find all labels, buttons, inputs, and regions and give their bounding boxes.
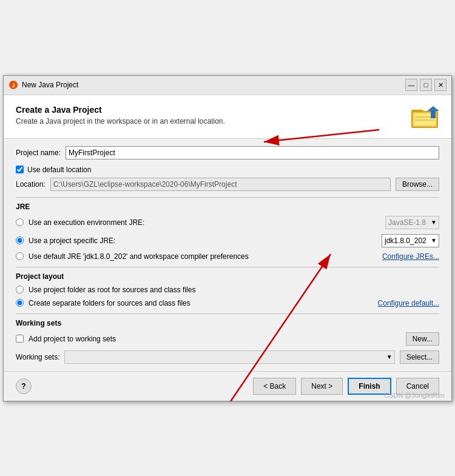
- next-button[interactable]: Next >: [301, 378, 343, 395]
- project-name-row: Project name:: [16, 146, 439, 159]
- dialog-header: Create a Java Project Create a Java proj…: [4, 95, 451, 139]
- header-text-block: Create a Java Project Create a Java proj…: [16, 105, 225, 126]
- jre-specific-select[interactable]: jdk1.8.0_202: [382, 234, 439, 247]
- jre-option1-row: Use an execution environment JRE: JavaSE…: [16, 216, 439, 229]
- jre-env-label[interactable]: Use an execution environment JRE:: [29, 218, 144, 227]
- window-icon: J: [8, 80, 18, 90]
- jre-env-radio[interactable]: [16, 218, 24, 226]
- layout-separate-radio[interactable]: [16, 299, 24, 307]
- location-row: Location: Browse...: [16, 178, 439, 191]
- layout-section-title: Project layout: [16, 272, 439, 281]
- use-default-location-label[interactable]: Use default location: [27, 166, 91, 174]
- location-label: Location:: [16, 180, 46, 189]
- window-controls: — □ ✕: [405, 79, 447, 91]
- layout-folder-radio[interactable]: [16, 286, 24, 293]
- jre-default-label[interactable]: Use default JRE 'jdk1.8.0_202' and works…: [29, 252, 249, 261]
- use-default-location-row: Use default location: [16, 166, 439, 174]
- jre-default-radio[interactable]: [16, 252, 24, 260]
- layout-folder-label[interactable]: Use project folder as root for sources a…: [29, 286, 195, 294]
- dialog-title: Create a Java Project: [16, 105, 225, 115]
- configure-jres-link[interactable]: Configure JREs...: [382, 252, 439, 261]
- jre-env-select[interactable]: JavaSE-1.8: [385, 216, 439, 229]
- watermark: CSDN @JungleiRim: [384, 392, 445, 399]
- jre-option3-row: Use default JRE 'jdk1.8.0_202' and works…: [16, 252, 439, 261]
- dialog-body: Project name: Use default location Locat…: [4, 139, 451, 371]
- configure-default-link[interactable]: Configure default...: [378, 299, 439, 307]
- working-sets-label: Working sets:: [16, 353, 59, 361]
- new-working-set-button[interactable]: New...: [406, 332, 439, 346]
- jre-option2-row: Use a project specific JRE: jdk1.8.0_202…: [16, 234, 439, 247]
- jre-section-title: JRE: [16, 203, 439, 211]
- jre-specific-label[interactable]: Use a project specific JRE:: [29, 236, 115, 245]
- window-title: New Java Project: [22, 81, 402, 89]
- browse-button[interactable]: Browse...: [396, 178, 439, 191]
- close-button[interactable]: ✕: [434, 79, 447, 91]
- use-default-location-checkbox[interactable]: [16, 166, 24, 173]
- location-input[interactable]: [50, 178, 391, 191]
- layout-option1-row: Use project folder as root for sources a…: [16, 286, 439, 294]
- dialog-window: J New Java Project — □ ✕ Create a Java P…: [3, 75, 452, 401]
- minimize-button[interactable]: —: [405, 79, 417, 91]
- working-sets-title: Working sets: [16, 319, 439, 327]
- jre-specific-radio[interactable]: [16, 236, 24, 244]
- layout-option2-row: Create separate folders for sources and …: [16, 299, 439, 307]
- add-working-sets-checkbox[interactable]: [16, 335, 24, 343]
- project-name-label: Project name:: [16, 149, 61, 157]
- help-button[interactable]: ?: [16, 378, 32, 394]
- svg-text:J: J: [12, 82, 15, 89]
- title-bar: J New Java Project — □ ✕: [4, 76, 451, 95]
- working-sets-select[interactable]: [64, 350, 394, 364]
- maximize-button[interactable]: □: [420, 79, 432, 91]
- dialog-subtitle: Create a Java project in the workspace o…: [16, 117, 225, 126]
- layout-separate-label[interactable]: Create separate folders for sources and …: [29, 299, 190, 307]
- back-button[interactable]: < Back: [253, 378, 296, 395]
- working-sets-section: Add project to working sets New... Worki…: [16, 332, 439, 364]
- project-name-input[interactable]: [66, 146, 439, 159]
- select-working-sets-button[interactable]: Select...: [400, 350, 439, 364]
- add-working-sets-label[interactable]: Add project to working sets: [29, 335, 116, 343]
- folder-icon: [410, 105, 439, 131]
